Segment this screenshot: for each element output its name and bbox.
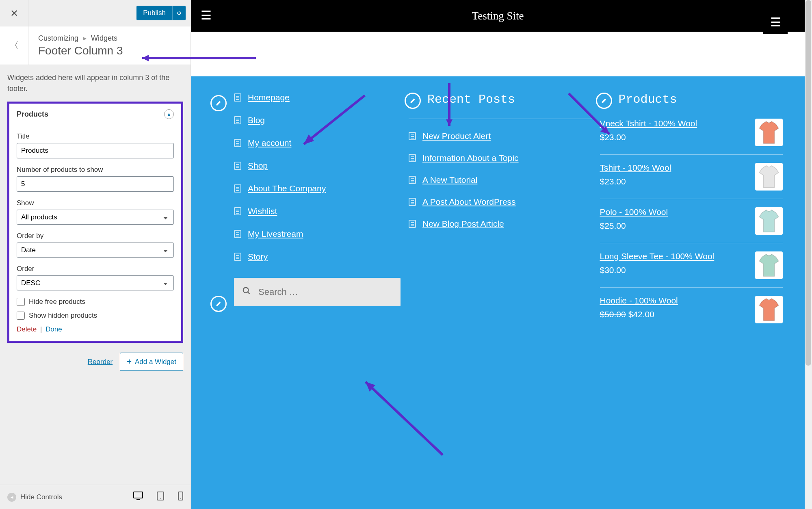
- product-link[interactable]: Hoodie - 100% Wool: [600, 296, 678, 305]
- list-item: New Product Alert: [409, 131, 592, 141]
- list-item: New Blog Post Article: [409, 219, 592, 229]
- footer-nav-list: HomepageBlogMy accountShopAbout The Comp…: [213, 93, 401, 262]
- divider: [409, 119, 592, 119]
- caret-up-icon: ▲: [167, 112, 171, 117]
- reorder-link[interactable]: Reorder: [88, 358, 113, 366]
- widget-bottom-actions: Reorder + Add a Widget: [7, 353, 183, 371]
- product-link[interactable]: Long Sleeve Tee - 100% Wool: [600, 251, 715, 261]
- product-item: Polo - 100% Wool$25.00: [600, 199, 783, 243]
- site-title: Testing Site: [472, 10, 524, 22]
- document-icon: [409, 220, 416, 228]
- document-icon: [234, 139, 241, 147]
- widget-header[interactable]: Products ▲: [9, 104, 181, 125]
- shirt-icon: [755, 296, 783, 323]
- orderby-select[interactable]: Date: [17, 243, 174, 258]
- footer-nav-link[interactable]: Blog: [248, 115, 265, 125]
- product-link[interactable]: Polo - 100% Wool: [600, 207, 668, 217]
- num-products-label: Number of products to show: [17, 166, 174, 174]
- widget-header-title: Products: [17, 110, 48, 119]
- footer-nav-link[interactable]: Homepage: [248, 93, 290, 102]
- document-icon: [234, 184, 241, 193]
- footer-nav-link[interactable]: My Livestream: [248, 229, 303, 239]
- search-input[interactable]: [258, 287, 392, 297]
- title-input[interactable]: [17, 143, 174, 158]
- product-link[interactable]: Vneck Tshirt - 100% Wool: [600, 119, 697, 128]
- product-price-row: $25.00: [600, 221, 668, 231]
- pencil-icon: [215, 300, 222, 308]
- edit-widget-button[interactable]: [210, 296, 227, 312]
- customizer-breadcrumb: 〈 Customizing ▸ Widgets Footer Column 3: [0, 26, 191, 65]
- device-preview-buttons: [133, 492, 183, 503]
- hamburger-icon: ☰: [770, 15, 781, 29]
- desktop-preview-button[interactable]: [133, 492, 143, 503]
- mobile-menu-toggle[interactable]: ☰: [763, 10, 788, 34]
- document-icon: [409, 154, 416, 162]
- publish-button[interactable]: Publish: [136, 6, 172, 20]
- show-select[interactable]: All products: [17, 210, 174, 225]
- product-price-row: $50.00$42.00: [600, 310, 678, 319]
- product-price: $42.00: [628, 310, 654, 319]
- svg-rect-0: [134, 492, 143, 498]
- svg-point-3: [160, 498, 161, 499]
- scrollbar-thumb[interactable]: [806, 0, 811, 366]
- products-title: Products: [600, 93, 783, 106]
- breadcrumb-text: Customizing ▸ Widgets Footer Column 3: [28, 26, 191, 65]
- product-thumbnail: [755, 163, 783, 191]
- content-strip: [191, 32, 805, 76]
- menu-hamburger-button[interactable]: ☰: [201, 8, 212, 22]
- footer-nav-link[interactable]: Wishlist: [248, 206, 277, 216]
- widget-actions: Delete | Done: [17, 325, 174, 334]
- done-widget-link[interactable]: Done: [45, 325, 62, 333]
- document-icon: [234, 230, 241, 238]
- footer-nav-link[interactable]: About The Company: [248, 184, 326, 193]
- publish-settings-button[interactable]: ⚙: [172, 6, 186, 20]
- product-info: Tshirt - 100% Wool$23.00: [600, 163, 671, 186]
- show-label: Show: [17, 199, 174, 207]
- delete-widget-link[interactable]: Delete: [17, 325, 37, 333]
- tablet-preview-button[interactable]: [157, 492, 164, 503]
- footer-nav-link[interactable]: My account: [248, 138, 291, 148]
- widget-body: Title Number of products to show Show Al…: [9, 125, 181, 341]
- section-description: Widgets added here will appear in column…: [7, 72, 183, 94]
- publish-button-group: Publish ⚙: [136, 6, 186, 20]
- show-hidden-checkbox[interactable]: [17, 312, 25, 320]
- recent-posts-list: New Product AlertInformation About a Top…: [409, 131, 592, 229]
- product-item: Tshirt - 100% Wool$23.00: [600, 154, 783, 199]
- add-widget-button[interactable]: + Add a Widget: [120, 353, 183, 371]
- document-icon: [234, 207, 241, 215]
- order-select[interactable]: DESC: [17, 275, 174, 290]
- shirt-icon: [755, 207, 783, 235]
- back-button[interactable]: 〈: [0, 26, 28, 65]
- collapse-widget-button[interactable]: ▲: [164, 109, 174, 119]
- hide-controls-button[interactable]: ◂ Hide Controls: [7, 493, 62, 502]
- product-price-row: $30.00: [600, 265, 715, 275]
- edit-widget-button[interactable]: [405, 93, 421, 109]
- recent-post-link[interactable]: New Product Alert: [422, 131, 491, 141]
- mobile-preview-button[interactable]: [178, 492, 183, 503]
- preview-scrollbar[interactable]: [805, 0, 812, 509]
- recent-post-link[interactable]: Information About a Topic: [422, 153, 519, 163]
- close-customizer-button[interactable]: ✕: [0, 0, 28, 26]
- hide-free-checkbox[interactable]: [17, 298, 25, 306]
- list-item: Wishlist: [234, 206, 401, 216]
- footer-column-2: Recent Posts New Product AlertInformatio…: [409, 93, 592, 493]
- product-thumbnail: [755, 207, 783, 235]
- document-icon: [234, 93, 241, 102]
- recent-post-link[interactable]: A New Tutorial: [422, 175, 477, 185]
- footer-nav-link[interactable]: Shop: [248, 161, 268, 171]
- product-link[interactable]: Tshirt - 100% Wool: [600, 163, 671, 172]
- svg-line-7: [248, 292, 250, 294]
- hide-free-label: Hide free products: [29, 298, 85, 306]
- num-products-input[interactable]: [17, 176, 174, 192]
- edit-widget-button[interactable]: [210, 95, 227, 111]
- customizer-sidebar: ✕ Publish ⚙ 〈 Customizing ▸ Widgets Foot…: [0, 0, 191, 509]
- recent-post-link[interactable]: A Post About WordPress: [422, 197, 516, 207]
- recent-post-link[interactable]: New Blog Post Article: [422, 219, 504, 229]
- footer-nav-link[interactable]: Story: [248, 252, 268, 262]
- product-thumbnail: [755, 119, 783, 146]
- product-info: Long Sleeve Tee - 100% Wool$30.00: [600, 251, 715, 275]
- shirt-icon: [755, 163, 783, 191]
- edit-widget-button[interactable]: [596, 93, 612, 109]
- chevron-left-icon: 〈: [10, 39, 19, 52]
- document-icon: [234, 162, 241, 170]
